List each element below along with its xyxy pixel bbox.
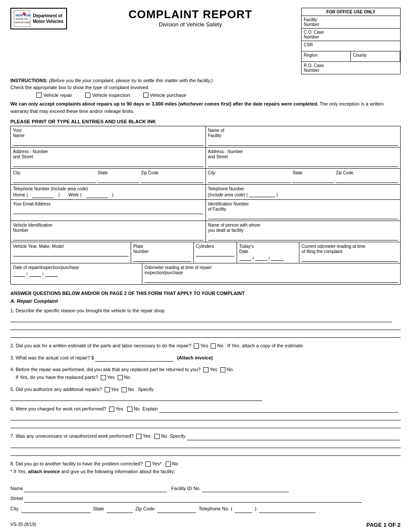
q4-no-checkbox[interactable] — [220, 367, 225, 372]
facility-address-input[interactable] — [208, 160, 398, 167]
odometer-repair-input[interactable] — [144, 276, 398, 283]
work-area-input[interactable] — [86, 192, 108, 198]
vehicle-repair-label: Vehicle repair — [43, 93, 72, 98]
q3-cost-input[interactable] — [95, 356, 173, 362]
todays-date-group: Today's Date / / — [237, 242, 300, 263]
your-name-input[interactable] — [13, 139, 203, 146]
q1-line2[interactable] — [10, 323, 401, 330]
your-state-group: State — [98, 170, 139, 183]
q8-street-input[interactable] — [24, 497, 362, 503]
q8-name-label: Name — [10, 485, 23, 493]
q2-no-label: No — [217, 343, 223, 348]
facility-city-input[interactable] — [208, 176, 291, 183]
q8-telephone-area-input[interactable] — [235, 507, 252, 513]
q4b-text: If Yes, do you have the replaced parts? — [16, 375, 98, 380]
q7-line3[interactable] — [10, 449, 401, 456]
repair-month-input[interactable] — [13, 271, 25, 277]
your-telephone-label: Telephone Number (Include area code) — [13, 186, 88, 191]
q1-input[interactable] — [10, 316, 392, 322]
q8-name-input[interactable] — [24, 486, 167, 492]
q5-yes-checkbox[interactable] — [105, 387, 110, 392]
q1-text: 1. Describe the specific reason you brou… — [10, 308, 166, 313]
your-city-input[interactable] — [13, 176, 96, 183]
q8-telephone-number-input[interactable] — [259, 507, 315, 513]
q6-yes-checkbox[interactable] — [109, 407, 114, 412]
facility-id-input[interactable] — [208, 212, 398, 219]
your-state-input[interactable] — [98, 176, 139, 183]
todays-month-input[interactable] — [239, 255, 251, 261]
vehicle-year-input[interactable] — [13, 250, 128, 256]
q8-no-checkbox[interactable] — [166, 461, 171, 467]
q4b-no-checkbox[interactable] — [118, 375, 123, 380]
current-odometer-input[interactable] — [302, 255, 398, 262]
repair-year-input[interactable] — [45, 271, 58, 277]
todays-day-input[interactable] — [255, 255, 267, 261]
vehicle-repair-option[interactable]: Vehicle repair — [36, 93, 72, 98]
vehicle-inspection-checkbox[interactable] — [85, 93, 90, 98]
q2-yes-checkbox[interactable] — [194, 343, 199, 349]
facility-address-label: Address - Number and Street — [208, 149, 243, 159]
your-name-label: Your Name — [13, 128, 25, 138]
q8-yes-checkbox[interactable] — [145, 461, 151, 467]
facility-telephone-cell: Telephone Number(Include area code) ( ) — [206, 185, 401, 200]
facility-address-cell: Address - Number and Street — [206, 147, 401, 169]
q8-zip-label: Zip Code — [135, 505, 155, 513]
q6-line2[interactable] — [10, 413, 401, 420]
vehicle-purchase-label: Vehicle purchase — [150, 93, 186, 98]
your-address-input[interactable] — [13, 160, 203, 167]
vehicle-purchase-checkbox[interactable] — [143, 93, 148, 98]
header: NEW YORK STATE OF OPPORTUNITY. Departmen… — [10, 8, 401, 74]
q8-city-input[interactable] — [21, 507, 90, 513]
plate-input[interactable] — [133, 255, 191, 262]
csr-field: CSR — [302, 41, 400, 51]
vehicle-purchase-option[interactable]: Vehicle purchase — [143, 93, 186, 98]
q8-telephone-label: Telephone No. ( — [199, 505, 232, 513]
email-input[interactable] — [13, 207, 203, 214]
your-zip-input[interactable] — [141, 176, 203, 183]
your-address-label: Address - Number and Street — [13, 149, 48, 159]
facility-telephone-input[interactable] — [249, 191, 275, 197]
q4-yes-checkbox[interactable] — [203, 367, 209, 372]
q7-line2[interactable] — [10, 441, 401, 448]
q6-no-checkbox[interactable] — [127, 407, 132, 412]
region-field: Region — [302, 51, 351, 62]
q6-line3[interactable] — [10, 421, 401, 428]
vin-input[interactable] — [13, 234, 203, 240]
q7-yes-checkbox[interactable] — [136, 434, 141, 439]
q8-facility-id-input[interactable] — [202, 486, 289, 492]
your-telephone-cell: Telephone Number (Include area code) Hom… — [11, 185, 206, 200]
vehicle-repair-checkbox[interactable] — [36, 93, 42, 98]
title-area: COMPLAINT REPORT Division of Vehicle Saf… — [80, 8, 301, 28]
q8-zip-input[interactable] — [157, 507, 196, 513]
q2-no-checkbox[interactable] — [211, 343, 216, 349]
cylinders-input[interactable] — [196, 250, 234, 256]
vehicle-inspection-option[interactable]: Vehicle inspection — [85, 93, 130, 98]
q4b-yes-label: Yes — [107, 375, 115, 380]
person-input[interactable] — [208, 234, 398, 240]
q7-no-checkbox[interactable] — [154, 434, 160, 439]
svg-text:STATE OF: STATE OF — [16, 18, 28, 20]
facility-telephone-paren: ) — [276, 192, 278, 197]
form-table: Your Name Name of Facility Address - Num… — [10, 126, 401, 285]
q5-no-checkbox[interactable] — [122, 387, 127, 392]
facility-name-input[interactable] — [208, 139, 398, 146]
q7-text: 7. Was any unnecessary or unauthorized w… — [10, 433, 134, 439]
home-area-input[interactable] — [32, 192, 54, 198]
q8-state-input[interactable] — [107, 507, 133, 513]
todays-year-input[interactable] — [271, 255, 284, 261]
q6-explain-input[interactable] — [159, 407, 398, 413]
facility-zip-input[interactable] — [336, 176, 398, 183]
question-3: 3. What was the actual cost of repair? $… — [10, 354, 401, 362]
your-zip-label: Zip Code — [141, 170, 159, 175]
q1-line3[interactable] — [10, 331, 401, 338]
instructions-italic: (Before you file your complaint, please … — [48, 78, 213, 83]
q4-yes-label: Yes — [210, 367, 218, 372]
svg-text:OPPORTUNITY.: OPPORTUNITY. — [15, 21, 30, 24]
repair-day-input[interactable] — [29, 271, 41, 277]
repair-date-row: Date of repair/inspection/purchase / / O… — [11, 263, 401, 285]
facility-state-label: State — [292, 170, 302, 175]
q4b-yes-checkbox[interactable] — [101, 375, 106, 380]
q5-specify-input[interactable] — [10, 395, 262, 401]
q7-specify-input[interactable] — [187, 434, 400, 440]
facility-state-input[interactable] — [292, 176, 334, 183]
